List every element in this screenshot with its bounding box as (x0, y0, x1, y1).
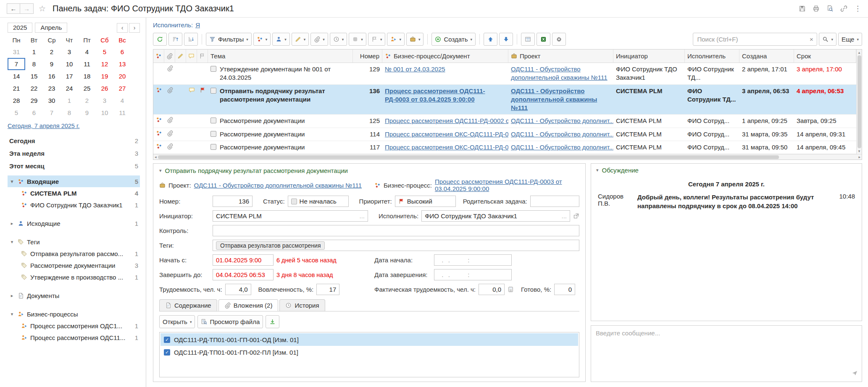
calendar-day[interactable]: 2 (43, 46, 60, 58)
calendar-day[interactable]: 18 (78, 70, 96, 82)
column-project[interactable]: Проект (508, 50, 613, 63)
preview-icon[interactable] (826, 5, 834, 12)
column-number[interactable]: Номер (353, 50, 382, 63)
column-initiator[interactable]: Инициатор (613, 50, 685, 63)
download-attachment-button[interactable] (266, 315, 279, 328)
start-field[interactable]: 01.04.2025 9:00 (213, 254, 274, 266)
calendar-prev-button[interactable]: ‹ (117, 23, 128, 33)
chevron-down-icon[interactable]: ▾ (9, 179, 15, 184)
executor-value-link[interactable]: Я (195, 21, 200, 29)
start-date-field[interactable]: . . : (434, 254, 512, 266)
move-up-button[interactable] (484, 33, 497, 46)
chevron-down-icon[interactable]: ▾ (9, 311, 15, 317)
calendar-day[interactable]: 1 (25, 46, 43, 58)
calendar-day[interactable]: 5 (8, 107, 25, 119)
table-row[interactable]: Утверждение документации № 001 от 24.03.… (153, 63, 856, 85)
link-icon[interactable] (840, 5, 847, 12)
tab-history[interactable]: История (279, 299, 325, 311)
sidebar-item[interactable]: Утверждение в производство ...1 (8, 271, 140, 283)
sidebar-item[interactable]: ▸Документы (8, 290, 140, 301)
order-desc-button[interactable] (184, 33, 198, 46)
calendar-day[interactable]: 1 (60, 94, 78, 107)
column-created[interactable]: Создана (739, 50, 794, 63)
finish-field[interactable]: 04.04.2025 06:53 (213, 269, 274, 280)
sidebar-item[interactable]: Отправка результатов рассмо...1 (8, 248, 140, 259)
task-checkbox[interactable] (210, 66, 216, 72)
status-field[interactable]: Не началась (288, 196, 349, 207)
more-menu-icon[interactable]: ⋮ (854, 5, 861, 12)
message-input[interactable] (596, 329, 847, 378)
move-down-button[interactable] (499, 33, 513, 46)
author-filter-button[interactable]: ▾ (387, 33, 405, 46)
priority-field[interactable]: Высокий (395, 196, 456, 207)
column-process[interactable]: Бизнес-процесс/Документ (382, 50, 508, 63)
more-button[interactable]: Еще▾ (838, 33, 862, 46)
sidebar-item[interactable]: СИСТЕМА PLM4 (8, 187, 140, 199)
control-field[interactable] (213, 225, 579, 236)
column-edited[interactable] (175, 50, 186, 63)
view-mode-button[interactable] (521, 33, 535, 46)
calendar-day[interactable]: 3 (60, 46, 78, 58)
project-link[interactable]: ОДС111 - Обустройство дополнительной скв… (511, 87, 611, 112)
calendar-day[interactable]: 13 (113, 58, 131, 70)
effort-field[interactable]: 4,0 (225, 284, 251, 295)
task-checkbox[interactable] (210, 88, 216, 94)
sidebar-item[interactable]: ▾Бизнес-процессы (8, 308, 140, 320)
table-row[interactable]: Отправить подрядчику результат рассмотре… (153, 85, 856, 115)
initiator-field[interactable]: СИСТЕМА PLM... (213, 210, 368, 222)
calendar-day[interactable]: 17 (60, 70, 78, 82)
column-comments[interactable] (186, 50, 197, 63)
deadline-filter-button[interactable]: ▾ (330, 33, 347, 46)
calendar-day[interactable]: 8 (60, 107, 78, 119)
excel-export-button[interactable] (537, 33, 550, 46)
task-checkbox[interactable] (210, 118, 216, 123)
table-row[interactable]: Рассмотрение документации117Процесс расс… (153, 141, 856, 154)
sidebar-item[interactable]: ▾Входящие5 (8, 175, 140, 187)
calendar-day[interactable]: 4 (78, 46, 96, 58)
favorite-star-icon[interactable]: ☆ (39, 4, 46, 13)
project-link[interactable]: ОДС111 - Обустройство дополнительной скв… (511, 65, 611, 82)
calendar-day[interactable]: 4 (113, 94, 131, 107)
detail-project-link[interactable]: ОДС111 - Обустройство дополнительной скв… (194, 182, 362, 189)
quick-filter-item[interactable]: Сегодня2 (8, 134, 140, 147)
attachment-row[interactable]: ✓ОДС111-РД-ТП01-001-ГП-002-ПЛ [Изм. 01] (160, 346, 578, 358)
sidebar-item[interactable]: Процесс рассмотрения ОДС1...1 (8, 320, 140, 332)
calendar-day[interactable]: 22 (25, 82, 43, 94)
process-link[interactable]: Процесс рассмотрения ОКС-ОДС111-РД-01... (385, 143, 508, 152)
tags-field[interactable]: Отправка результатов рассмотрения (213, 240, 579, 251)
column-flag[interactable] (197, 50, 208, 63)
filters-button[interactable]: Фильтры▾ (206, 33, 252, 46)
column-theme[interactable]: Тема (208, 50, 353, 63)
calendar-day[interactable]: 2 (78, 94, 96, 107)
send-message-button[interactable] (852, 370, 858, 377)
column-attachments[interactable] (164, 50, 175, 63)
attachment-row[interactable]: ✓ОДС111-РД-ТП01-001-ГП-001-ОД [Изм. 01] (160, 333, 578, 346)
collapse-detail-icon[interactable]: ▾ (159, 168, 162, 173)
ready-field[interactable]: 0 (554, 284, 575, 295)
calendar-day[interactable]: 26 (96, 82, 113, 94)
calendar-day[interactable]: 3 (96, 94, 113, 107)
project-link[interactable]: ОДС111 - Обустройство дополнит... (511, 143, 613, 152)
calendar-day[interactable]: 10 (60, 58, 78, 70)
attachment-checkbox[interactable]: ✓ (164, 349, 170, 356)
tab-content[interactable]: Содержание (159, 299, 217, 311)
forward-button[interactable]: → (20, 3, 34, 14)
calendar-day[interactable]: 24 (60, 82, 78, 94)
calendar-day[interactable]: 28 (8, 94, 25, 107)
calendar-day[interactable]: 7 (43, 107, 60, 119)
column-executor[interactable]: Исполнитель (685, 50, 739, 63)
status-filter-button[interactable]: ▾ (349, 33, 366, 46)
calendar-day[interactable]: 6 (25, 107, 43, 119)
sidebar-item[interactable]: ▸Исходящие1 (8, 217, 140, 229)
chevron-right-icon[interactable]: ▸ (9, 293, 15, 298)
calendar-day[interactable]: 6 (113, 46, 131, 58)
quick-filter-item[interactable]: Эта неделя3 (8, 147, 140, 160)
process-link[interactable]: Процесс рассмотрения ОДС111-РД-0002 от..… (385, 117, 508, 125)
tag-chip[interactable]: Отправка результатов рассмотрения (216, 241, 325, 250)
calendar-month-select[interactable]: Апрель (35, 23, 67, 33)
refresh-button[interactable] (153, 33, 167, 46)
open-attachment-button[interactable]: Открыть▾ (159, 315, 195, 328)
task-checkbox[interactable] (210, 144, 216, 150)
sidebar-item[interactable]: ▾Теги (8, 236, 140, 248)
calendar-day[interactable]: 19 (96, 70, 113, 82)
